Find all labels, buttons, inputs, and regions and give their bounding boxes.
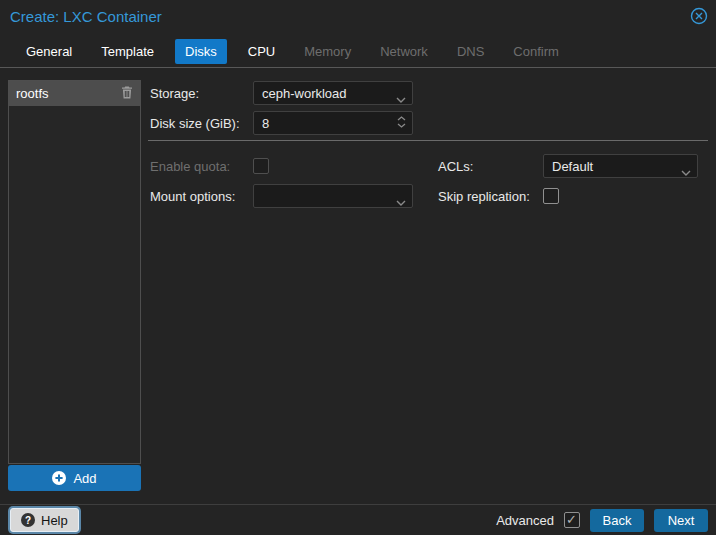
enable-quota-checkbox	[253, 158, 269, 174]
tab-confirm: Confirm	[505, 39, 567, 64]
skip-replication-row: Skip replication:	[438, 184, 559, 208]
spinner-arrows-icon[interactable]	[397, 116, 406, 128]
skip-replication-checkbox[interactable]	[543, 188, 559, 204]
disks-tab-content: rootfs Add Storage:	[0, 69, 716, 504]
add-button-label: Add	[73, 471, 96, 486]
wizard-tabstrip: General Template Disks CPU Memory Networ…	[0, 36, 716, 68]
footer-actions: Advanced Back Next	[496, 509, 708, 532]
plus-circle-icon	[52, 471, 66, 485]
back-button[interactable]: Back	[590, 509, 644, 532]
help-button-label: Help	[41, 513, 68, 528]
disk-size-field	[253, 111, 413, 135]
mountpoint-label: rootfs	[16, 86, 115, 101]
disk-size-label: Disk size (GiB):	[150, 116, 253, 131]
advanced-label: Advanced	[496, 513, 554, 528]
chevron-down-icon	[681, 164, 691, 179]
mount-options-row: Mount options:	[150, 184, 413, 208]
storage-value: ceph-workload	[262, 86, 347, 101]
trash-icon[interactable]	[121, 86, 133, 102]
mount-options-label: Mount options:	[150, 189, 253, 204]
add-button[interactable]: Add	[8, 465, 141, 491]
list-item-rootfs[interactable]: rootfs	[9, 81, 140, 106]
dialog-footer: ? Help Advanced Back Next	[0, 504, 716, 535]
question-circle-icon: ?	[21, 513, 35, 527]
acls-label: ACLs:	[438, 159, 543, 174]
dialog-title: Create: LXC Container	[10, 8, 162, 25]
help-button[interactable]: ? Help	[10, 508, 79, 532]
create-lxc-container-dialog: Create: LXC Container General Template D…	[0, 0, 716, 535]
dialog-titlebar: Create: LXC Container	[0, 0, 716, 36]
disk-size-input[interactable]	[262, 116, 392, 131]
mount-options-select[interactable]	[253, 184, 413, 208]
advanced-section-divider	[148, 140, 708, 141]
enable-quota-label: Enable quota:	[150, 159, 253, 174]
storage-row: Storage: ceph-workload	[150, 81, 413, 105]
chevron-down-icon	[396, 91, 406, 106]
acls-row: ACLs: Default	[438, 154, 698, 178]
storage-select[interactable]: ceph-workload	[253, 81, 413, 105]
tab-general[interactable]: General	[18, 39, 80, 64]
mountpoint-list: rootfs	[8, 80, 141, 464]
close-icon[interactable]	[690, 7, 708, 25]
tab-template[interactable]: Template	[93, 39, 162, 64]
advanced-checkbox[interactable]	[564, 512, 580, 528]
skip-replication-label: Skip replication:	[438, 189, 543, 204]
tab-memory: Memory	[296, 39, 359, 64]
chevron-down-icon	[396, 194, 406, 209]
acls-select[interactable]: Default	[543, 154, 698, 178]
tab-cpu[interactable]: CPU	[240, 39, 283, 64]
disk-size-row: Disk size (GiB):	[150, 111, 413, 135]
next-button[interactable]: Next	[654, 509, 708, 532]
tab-network: Network	[372, 39, 436, 64]
enable-quota-row: Enable quota:	[150, 154, 269, 178]
storage-label: Storage:	[150, 86, 253, 101]
tab-disks[interactable]: Disks	[175, 39, 227, 64]
acls-value: Default	[552, 159, 593, 174]
tab-dns: DNS	[449, 39, 492, 64]
